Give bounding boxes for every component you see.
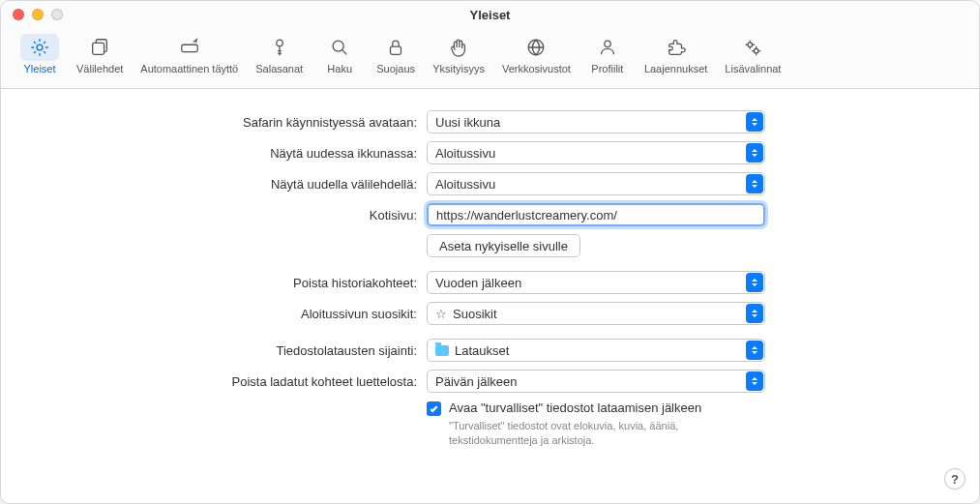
svg-point-0: [37, 44, 43, 50]
svg-rect-2: [182, 44, 198, 51]
homepage-label: Kotisivu:: [30, 208, 417, 222]
toolbar-label: Profiilit: [591, 63, 623, 74]
select-value: Päivän jälkeen: [435, 374, 518, 389]
toolbar-label: Haku: [327, 63, 352, 74]
window-title: Yleiset: [1, 8, 979, 22]
toolbar-label: Verkkosivustot: [502, 63, 571, 74]
tabs-icon: [89, 37, 110, 58]
puzzle-icon: [666, 37, 687, 58]
toolbar-label: Laajennukset: [644, 63, 707, 74]
svg-point-9: [755, 48, 759, 53]
toolbar-profiles[interactable]: Profiilit: [580, 30, 635, 78]
remove-history-label: Poista historiakohteet:: [30, 276, 417, 290]
help-icon: ?: [951, 472, 959, 487]
toolbar-advanced[interactable]: Lisävalinnat: [717, 30, 788, 78]
toolbar-tabs[interactable]: Välilehdet: [69, 30, 131, 78]
hand-icon: [448, 37, 469, 58]
toolbar-label: Salasanat: [255, 63, 303, 74]
toolbar-label: Välilehdet: [76, 63, 123, 74]
safe-files-label: Avaa "turvalliset" tiedostot lataamisen …: [449, 400, 710, 415]
preferences-window: Yleiset Yleiset Välilehdet Automaattinen…: [0, 0, 980, 504]
select-value: Suosikit: [453, 307, 497, 321]
toolbar-label: Suojaus: [376, 63, 415, 74]
homepage-input[interactable]: [427, 203, 765, 226]
globe-icon: [525, 37, 547, 58]
chevron-updown-icon: [746, 112, 763, 132]
chevron-updown-icon: [746, 304, 763, 323]
svg-rect-1: [93, 43, 104, 54]
new-tab-label: Näytä uudella välilehdellä:: [30, 177, 417, 192]
cogs-icon: [742, 37, 763, 58]
svg-point-8: [748, 43, 753, 47]
toolbar: Yleiset Välilehdet Automaattinen täyttö …: [1, 24, 979, 89]
chevron-updown-icon: [746, 273, 763, 292]
remove-downloads-label: Poista ladatut kohteet luettelosta:: [30, 374, 417, 389]
new-tab-select[interactable]: Aloitussivu: [427, 172, 765, 195]
chevron-updown-icon: [746, 174, 763, 193]
folder-icon: [435, 345, 449, 356]
toolbar-label: Lisävalinnat: [725, 63, 781, 74]
chevron-updown-icon: [746, 341, 763, 360]
toolbar-extensions[interactable]: Laajennukset: [637, 30, 715, 78]
remove-downloads-select[interactable]: Päivän jälkeen: [427, 370, 765, 393]
safe-files-checkbox[interactable]: [427, 401, 441, 416]
svg-rect-5: [391, 46, 401, 54]
select-value: Lataukset: [455, 343, 509, 358]
favorites-label: Aloitussivun suosikit:: [30, 307, 417, 321]
on-launch-select[interactable]: Uusi ikkuna: [427, 110, 765, 133]
select-value: Uusi ikkuna: [435, 115, 500, 130]
toolbar-label: Automaattinen täyttö: [140, 63, 238, 74]
favorites-select[interactable]: ☆ Suosikit: [427, 302, 765, 325]
toolbar-label: Yksityisyys: [432, 63, 485, 74]
new-window-select[interactable]: Aloitussivu: [427, 141, 765, 164]
svg-point-3: [276, 40, 282, 45]
download-location-select[interactable]: Lataukset: [427, 339, 765, 362]
select-value: Aloitussivu: [435, 177, 495, 192]
person-icon: [597, 37, 618, 58]
help-button[interactable]: ?: [944, 468, 965, 489]
titlebar: Yleiset: [1, 1, 979, 24]
toolbar-search[interactable]: Haku: [312, 30, 367, 78]
button-label: Aseta nykyiselle sivulle: [439, 239, 568, 253]
toolbar-privacy[interactable]: Yksityisyys: [425, 30, 492, 78]
autofill-icon: [179, 37, 200, 58]
select-value: Aloitussivu: [435, 146, 495, 161]
remove-history-select[interactable]: Vuoden jälkeen: [427, 271, 765, 294]
gear-icon: [29, 37, 50, 58]
lock-icon: [385, 37, 406, 58]
toolbar-general[interactable]: Yleiset: [13, 30, 67, 78]
select-value: Vuoden jälkeen: [435, 276, 521, 290]
on-launch-label: Safarin käynnistyessä avataan:: [30, 115, 417, 130]
svg-point-7: [605, 41, 610, 46]
toolbar-websites[interactable]: Verkkosivustot: [494, 30, 579, 78]
search-icon: [329, 37, 350, 58]
toolbar-label: Yleiset: [23, 63, 55, 74]
star-icon: ☆: [435, 307, 447, 321]
new-window-label: Näytä uudessa ikkunassa:: [30, 146, 417, 161]
check-icon: [429, 403, 439, 414]
chevron-updown-icon: [746, 371, 763, 391]
download-location-label: Tiedostolatausten sijainti:: [30, 343, 417, 358]
svg-point-4: [333, 41, 343, 51]
safe-files-hint: "Turvalliset" tiedostot ovat elokuvia, k…: [449, 419, 710, 449]
chevron-updown-icon: [746, 143, 763, 163]
toolbar-security[interactable]: Suojaus: [369, 30, 423, 78]
key-icon: [269, 37, 290, 58]
toolbar-autofill[interactable]: Automaattinen täyttö: [133, 30, 246, 78]
set-current-page-button[interactable]: Aseta nykyiselle sivulle: [427, 234, 580, 257]
toolbar-passwords[interactable]: Salasanat: [248, 30, 311, 78]
content-area: Safarin käynnistyessä avataan: Uusi ikku…: [1, 89, 979, 503]
